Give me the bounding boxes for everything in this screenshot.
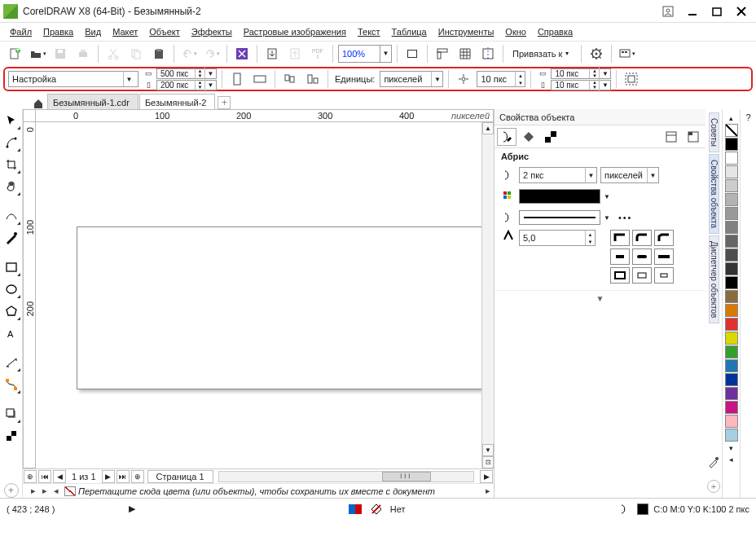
current-page-button[interactable] [303,69,323,89]
fill-tab[interactable] [519,128,538,146]
menu-view[interactable]: Вид [80,25,106,38]
dimension-tool[interactable] [2,353,21,372]
object-manager-docker-tab[interactable]: Диспетчер объектов [709,235,719,323]
search-content-button[interactable] [232,44,252,64]
redo-button[interactable]: ▾ [202,44,222,64]
app-launcher-button[interactable]: ▾ [617,44,636,64]
landscape-button[interactable] [250,69,270,89]
artistic-media-tool[interactable] [2,228,21,248]
page-preset-input[interactable] [9,72,123,86]
add-docker-button[interactable]: + [707,480,720,493]
color-swatch[interactable] [725,429,738,442]
cap-round[interactable] [632,248,652,265]
corner-miter[interactable] [610,230,630,246]
outline-style-combo[interactable] [519,210,600,225]
page-height-combo[interactable]: ▲▼▼ [156,80,217,90]
connector-tool[interactable] [2,375,21,394]
menu-window[interactable]: Окно [500,25,531,38]
show-rulers-button[interactable] [433,44,452,64]
text-tool[interactable]: A [2,323,21,343]
publish-pdf-button[interactable]: PDF⇩ [308,44,327,64]
ruler-horizontal[interactable]: 0 100 200 300 400 пикселей [23,109,494,122]
status-play-icon[interactable]: ▶ [129,503,135,514]
scroll-right[interactable]: ▶ [480,470,493,483]
first-page[interactable]: ⏮ [38,470,51,483]
zoom-dropdown[interactable]: ▼ [380,46,391,62]
open-button[interactable]: ▾ [28,44,47,64]
fill-indicator-icon[interactable] [369,503,384,516]
pick-tool[interactable] [2,111,21,130]
page-tab[interactable]: Страница 1 [147,470,213,483]
treat-as-filled-button[interactable] [622,69,641,89]
last-page[interactable]: ⏭ [116,470,130,483]
prev-page[interactable]: ◀ [53,470,66,483]
page-preset-combo[interactable]: ▼ [8,71,138,87]
menu-effects[interactable]: Эффекты [187,25,237,38]
pos-inside[interactable] [654,267,674,284]
object-properties-docker-tab[interactable]: Свойства объекта [709,154,719,234]
help-indicator[interactable]: ? [740,109,756,498]
color-swatch[interactable] [725,415,738,428]
minimize-button[interactable] [681,2,704,20]
document-palette[interactable]: ▸▸◂ Перетащите сюда цвета (или объекты),… [23,483,494,498]
menu-edit[interactable]: Правка [38,25,78,38]
units-combo[interactable]: ▼ [380,71,443,87]
undo-button[interactable]: ▾ [179,44,199,64]
options-button[interactable] [587,44,606,64]
color-swatch[interactable] [725,290,738,303]
color-swatch[interactable] [725,373,738,386]
vertical-scrollbar[interactable]: ▲▼ ⊡ [481,122,494,468]
save-button[interactable] [51,44,70,64]
more-styles-button[interactable]: ••• [618,213,633,222]
palette-flyout[interactable]: ◂ [725,454,738,465]
portrait-button[interactable] [227,69,247,89]
dup-y-combo[interactable]: ▲▼▼ [551,80,611,90]
color-swatch[interactable] [725,401,738,414]
close-button[interactable] [730,2,753,20]
page-rect[interactable] [77,226,481,389]
menu-table[interactable]: Таблица [387,25,432,38]
corner-bevel[interactable] [654,230,674,246]
color-swatch[interactable] [725,179,738,192]
transparency-tool[interactable] [2,426,21,446]
new-button[interactable]: + [5,44,24,64]
quick-customize[interactable]: + [4,483,19,498]
freehand-tool[interactable] [2,206,21,226]
dropdown-icon[interactable]: ▼ [123,72,134,86]
eyedropper-quick-icon[interactable] [707,455,720,470]
color-swatch[interactable] [725,138,738,151]
next-page[interactable]: ▶ [102,470,115,483]
add-page-after[interactable]: ⊕ [131,470,144,483]
zoom-fit-icon[interactable]: ⊡ [482,456,494,468]
color-swatch[interactable] [725,165,738,178]
canvas[interactable] [36,122,481,468]
color-swatch[interactable] [725,387,738,400]
color-swatch[interactable] [725,207,738,220]
print-button[interactable] [73,44,93,64]
all-pages-button[interactable] [280,69,300,89]
paste-button[interactable] [149,44,169,64]
color-swatch[interactable] [725,262,738,275]
drop-shadow-tool[interactable] [2,404,21,424]
corner-round[interactable] [632,230,652,246]
outline-width-combo[interactable]: ▼ [519,167,597,183]
outline-tab[interactable] [497,128,516,146]
menu-layout[interactable]: Макет [108,25,143,38]
import-button[interactable] [262,44,282,64]
polygon-tool[interactable] [2,301,21,321]
section-expander[interactable]: ▼ [494,290,705,306]
rectangle-tool[interactable] [2,257,21,277]
color-swatch[interactable] [725,221,738,234]
color-swatch[interactable] [725,318,738,331]
doc-tab-1[interactable]: Безымянный-1.cdr [47,94,138,109]
pan-tool[interactable] [2,177,21,196]
fullscreen-preview-button[interactable] [402,44,422,64]
zoom-input[interactable] [339,46,380,62]
color-swatch[interactable] [725,276,738,289]
no-color-swatch[interactable] [725,124,738,137]
color-swatch[interactable] [725,332,738,345]
pos-outside[interactable] [610,267,630,284]
pos-center[interactable] [632,267,652,284]
cut-button[interactable] [103,44,123,64]
transparency-tab[interactable] [541,128,560,146]
